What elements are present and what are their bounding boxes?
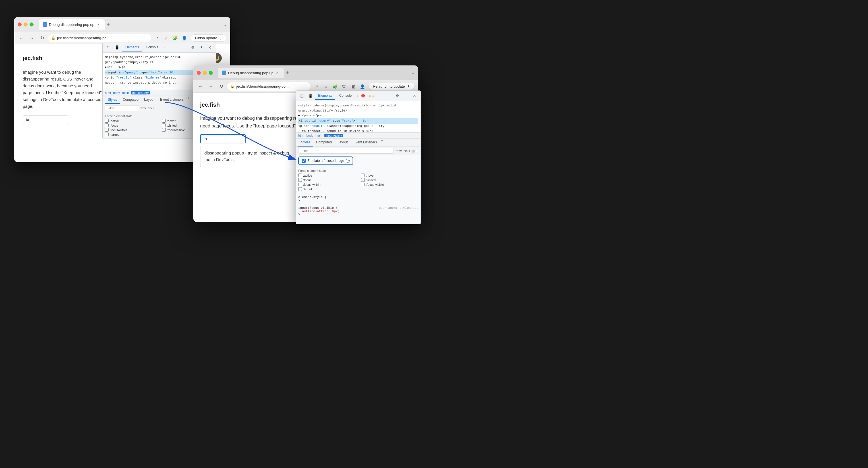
add-rule-button-back[interactable]: + [153,107,155,110]
profile-icon-back[interactable]: 👤 [181,34,188,42]
devtools-more-tabs-front[interactable]: » [356,94,360,98]
state-active-front[interactable]: :active [298,174,355,177]
finish-update-button[interactable]: Finish update ⋮ [191,34,227,41]
back-nav-front[interactable]: ← [197,83,205,90]
subtab-layout-front[interactable]: Layout [335,139,350,147]
search-input-back[interactable] [23,116,68,124]
subtabs-more-front[interactable]: » [380,139,384,147]
inspect-icon-front[interactable]: ⬚ [298,92,306,99]
filter-input-back[interactable] [105,105,139,111]
active-tab-front[interactable]: Debug disappearing pop up ✕ [218,68,284,78]
devtools-more-tabs-back[interactable]: » [162,46,166,50]
filter-input-front[interactable] [298,148,394,154]
state-hover-front[interactable]: :hover [361,174,418,177]
html-front-highlighted[interactable]: <input id="query" type="text"> == $0 [298,118,418,124]
subtab-styles-back[interactable]: Styles [105,96,120,104]
bc-main-back[interactable]: main [122,91,129,94]
profile-icon-front[interactable]: 👤 [358,83,366,90]
subtabs-more-back[interactable]: » [187,96,191,104]
tab-list-button-back[interactable]: ⌄ [223,22,227,27]
html-line-1b: gray;padding:10px}</style> [105,60,214,65]
relaunch-to-update-button[interactable]: Relaunch to update ⋮ [369,83,414,90]
bc-input-back[interactable]: input#query [131,91,150,94]
state-focus-front[interactable]: :focus [298,178,355,182]
subtab-event-listeners-front[interactable]: Event Listeners [350,139,380,147]
hov-button-front[interactable]: :hov [396,149,402,152]
state-active-back[interactable]: :active [105,119,156,123]
maximize-button-front[interactable] [209,71,213,75]
devtools-menu-icon-back[interactable]: ⋮ [197,44,205,51]
address-box-front[interactable]: 🔒 jec.fish/demo/disappearing-po... [227,82,310,91]
lock-icon-back: 🔒 [51,36,56,40]
devtools-tab-console-front[interactable]: Console [336,92,354,100]
bc-html-front[interactable]: html [298,134,304,137]
device-icon-back[interactable]: 📱 [114,44,121,51]
devtools-settings-icon-front[interactable]: ⚙ [394,92,401,99]
address-box-back[interactable]: 🔒 jec.fish/demo/disappearing-po... [48,34,151,42]
inspect-icon-back[interactable]: ⬚ [105,44,112,51]
add-rule-button-front[interactable]: + [409,149,410,152]
reload-button-back[interactable]: ↻ [38,34,46,42]
subtab-event-listeners-back[interactable]: Event Listeners [157,96,187,104]
state-focus-within-front[interactable]: :focus-within [298,183,355,186]
tab-close-front[interactable]: ✕ [275,70,280,75]
forward-nav-button[interactable]: → [28,34,36,42]
cls-button-front[interactable]: .cls [403,149,408,152]
devtools-menu-icon-front[interactable]: ⋮ [402,92,410,99]
reader-icon-front[interactable]: ▣ [349,83,357,90]
device-icon-front[interactable]: 📱 [307,92,314,99]
emulate-focused-page-box[interactable]: Emulate a focused page ? [298,156,353,165]
bc-body-back[interactable]: body [113,91,120,94]
new-tab-button-back[interactable]: + [105,22,112,28]
extension-icon-front[interactable]: 🧩 [331,83,339,90]
tab-list-button-front[interactable]: ⌄ [411,70,414,75]
share-icon-back[interactable]: ↗ [153,34,161,42]
bc-html-back[interactable]: html [105,91,111,94]
share-icon-front[interactable]: ↗ [313,83,321,90]
state-target-front[interactable]: :target [298,187,355,191]
star-icon-back[interactable]: ☆ [162,34,170,42]
state-focus-within-back[interactable]: :focus-within [105,128,156,132]
devtools-subtabs-front: Styles Computed Layout Event Listeners » [296,139,421,147]
state-target-back[interactable]: :target [105,133,156,136]
devtools-close-icon-back[interactable]: ✕ [206,44,214,51]
emulate-focused-checkbox[interactable] [302,159,306,163]
active-tab-back[interactable]: Debug disappearing pop up ✕ [39,19,105,30]
devtools-tab-elements-front[interactable]: Elements [315,92,335,100]
html-front-line-3: <p id="result" class>dissappearing popup… [298,124,418,132]
maximize-button-back[interactable] [30,23,34,26]
forward-nav-front[interactable]: → [207,83,215,90]
devtools-close-icon-front[interactable]: ✕ [411,92,418,99]
devtools-settings-icon-back[interactable]: ⚙ [189,44,196,51]
devtools-tab-console-back[interactable]: Console [143,43,161,52]
bc-main-front[interactable]: main [316,134,322,137]
close-button-back[interactable] [18,23,22,26]
state-visited-front[interactable]: :visited [361,178,418,182]
close-button-front[interactable] [197,71,201,75]
new-tab-button-front[interactable]: + [284,70,291,76]
star-icon-front[interactable]: ☆ [322,83,330,90]
minimize-button-front[interactable] [203,71,207,75]
security-icon-front[interactable]: 🛡 [340,83,348,90]
reload-button-front[interactable]: ↻ [217,83,225,90]
subtab-styles-front[interactable]: Styles [298,139,313,147]
cls-button-back[interactable]: .cls [147,107,152,110]
state-focus-visible-front[interactable]: :focus-visible [361,183,418,186]
layout-icon-front[interactable]: ⊞ [416,149,418,153]
state-focus-back[interactable]: :focus [105,123,156,127]
bc-body-front[interactable]: body [307,134,313,137]
search-input-front[interactable] [200,134,246,143]
extension-icon-back[interactable]: 🧩 [172,34,179,42]
page-body-text-back: Imagine you want to debug the dissappear… [23,69,102,110]
minimize-button-back[interactable] [24,23,28,26]
subtab-computed-front[interactable]: Computed [313,139,335,147]
subtab-computed-back[interactable]: Computed [120,96,141,104]
help-icon-emulate[interactable]: ? [346,159,350,163]
back-nav-button[interactable]: ← [18,34,26,42]
hov-button-back[interactable]: :hov [140,107,146,110]
subtab-layout-back[interactable]: Layout [141,96,157,104]
devtools-tab-elements-back[interactable]: Elements [122,43,142,52]
computed-icon-front[interactable]: ▤ [412,149,414,153]
bc-input-front[interactable]: input#query [324,134,343,137]
tab-close-back[interactable]: ✕ [96,22,101,27]
